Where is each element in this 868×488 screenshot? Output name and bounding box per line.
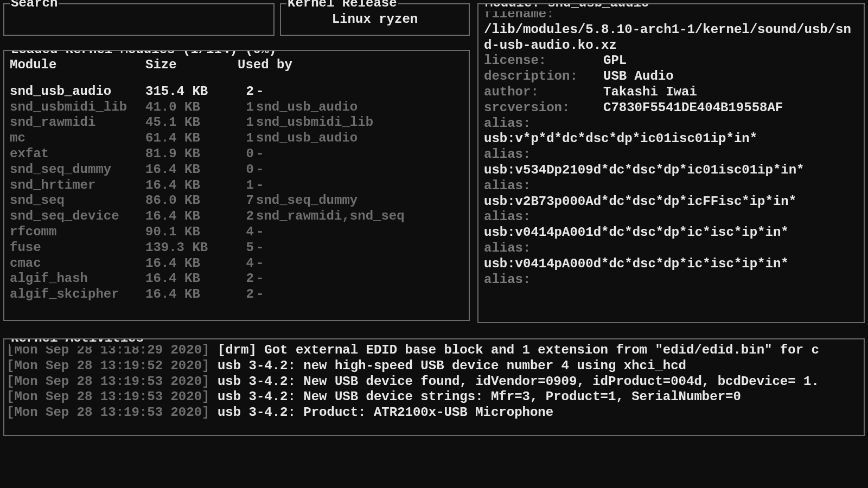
module-size: 16.4 KB: [145, 287, 238, 303]
module-name: fuse: [10, 240, 145, 256]
module-row[interactable]: rfcomm90.1 KB4 -: [10, 224, 463, 240]
log-timestamp: [Mon Sep 28 13:19:53 2020]: [7, 405, 209, 420]
detail-value: usb:v*p*d*dc*dsc*dp*ic01isc01ip*in*: [484, 131, 858, 147]
log-message: [drm] Got external EDID base block and 1…: [218, 343, 819, 357]
module-used-by: -: [256, 162, 463, 178]
module-row[interactable]: snd_seq_device16.4 KB2 snd_rawmidi,snd_s…: [10, 209, 463, 224]
detail-value: USB Audio: [603, 69, 858, 85]
log-message: usb 3-4.2: New USB device strings: Mfr=3…: [218, 389, 741, 404]
kernel-activities-panel: Kernel Activities [Mon Sep 28 13:18:29 2…: [3, 338, 865, 436]
module-name: snd_rawmidi: [10, 115, 145, 131]
kernel-release-value: Linux ryzen: [332, 12, 418, 28]
module-row[interactable]: mc61.4 KB1 snd_usb_audio: [10, 131, 463, 146]
module-detail-panel: Module: snd_usb_audio filename:/lib/modu…: [477, 3, 865, 323]
module-name: algif_skcipher: [10, 287, 145, 303]
module-row[interactable]: snd_usb_audio315.4 KB2 -: [10, 84, 463, 100]
module-row[interactable]: exfat81.9 KB0 -: [10, 146, 463, 162]
module-used-count: 1: [238, 131, 254, 146]
module-row[interactable]: snd_usbmidi_lib41.0 KB1 snd_usb_audio: [10, 100, 463, 115]
detail-key: srcversion:: [484, 100, 603, 116]
module-used-by: snd_usb_audio: [256, 100, 463, 115]
kernel-log-line: [Mon Sep 28 13:19:53 2020] usb 3-4.2: Ne…: [7, 389, 861, 405]
module-used-by: snd_seq_dummy: [256, 193, 463, 209]
module-size: 16.4 KB: [145, 209, 238, 224]
detail-value: GPL: [603, 53, 858, 69]
modules-panel-title: Loaded Kernel Modules (1/114) (0%): [10, 50, 278, 58]
module-row[interactable]: snd_seq86.0 KB7 snd_seq_dummy: [10, 193, 463, 209]
module-size: 315.4 KB: [145, 84, 238, 100]
detail-value: usb:v0414pA001d*dc*dsc*dp*ic*isc*ip*in*: [484, 225, 858, 241]
log-message: usb 3-4.2: Product: ATR2100x-USB Microph…: [218, 405, 553, 420]
module-used-count: 5: [238, 240, 254, 256]
search-title: Search: [10, 0, 59, 11]
module-size: 61.4 KB: [145, 131, 238, 146]
log-timestamp: [Mon Sep 28 13:19:53 2020]: [7, 389, 209, 404]
module-size: 16.4 KB: [145, 162, 238, 178]
detail-key: license:: [484, 53, 603, 69]
module-used-by: -: [256, 256, 463, 272]
module-used-by: snd_usbmidi_lib: [256, 115, 463, 131]
module-detail-body[interactable]: filename:/lib/modules/5.8.10-arch1-1/ker…: [484, 7, 858, 287]
detail-key: alias:: [484, 272, 531, 287]
module-name: exfat: [10, 146, 145, 162]
module-used-by: -: [256, 178, 463, 194]
module-row[interactable]: cmac16.4 KB4 -: [10, 256, 463, 272]
module-name: mc: [10, 131, 145, 146]
module-used-count: 2: [238, 209, 254, 224]
module-row[interactable]: algif_hash16.4 KB2 -: [10, 271, 463, 287]
kernel-release-panel: Kernel Release Linux ryzen: [280, 3, 470, 36]
detail-key: author:: [484, 85, 603, 100]
module-row[interactable]: snd_hrtimer16.4 KB1 -: [10, 178, 463, 194]
module-used-by: snd_usb_audio: [256, 131, 463, 146]
module-used-by: -: [256, 271, 463, 287]
module-row[interactable]: algif_skcipher16.4 KB2 -: [10, 287, 463, 303]
detail-value: usb:v534Dp2109d*dc*dsc*dp*ic01isc01ip*in…: [484, 163, 858, 178]
module-used-count: 4: [238, 256, 254, 272]
module-used-count: 2: [238, 287, 254, 303]
kernel-log-line: [Mon Sep 28 13:19:53 2020] usb 3-4.2: Pr…: [7, 405, 861, 421]
detail-value: Takashi Iwai: [603, 85, 858, 100]
module-used-count: 1: [238, 100, 254, 115]
module-size: 16.4 KB: [145, 178, 238, 194]
module-used-count: 1: [238, 115, 254, 131]
module-row[interactable]: fuse139.3 KB5 -: [10, 240, 463, 256]
module-used-count: 2: [238, 84, 254, 100]
log-timestamp: [Mon Sep 28 13:19:53 2020]: [7, 374, 209, 389]
modules-list[interactable]: snd_usb_audio315.4 KB2 -snd_usbmidi_lib4…: [10, 84, 463, 303]
kernel-activities-list[interactable]: [Mon Sep 28 13:18:29 2020] [drm] Got ext…: [7, 343, 861, 421]
detail-key: alias:: [484, 116, 531, 131]
module-size: 90.1 KB: [145, 224, 238, 240]
module-used-by: -: [256, 146, 463, 162]
module-name: snd_usbmidi_lib: [10, 100, 145, 115]
module-used-by: -: [256, 287, 463, 303]
col-header-size: Size: [145, 57, 238, 73]
module-used-by: -: [256, 84, 463, 100]
module-used-by: -: [256, 224, 463, 240]
kernel-activities-title: Kernel Activities: [10, 338, 145, 346]
detail-value: C7830F5541DE404B19558AF: [603, 100, 858, 116]
module-name: snd_seq_dummy: [10, 162, 145, 178]
detail-value: usb:v0414pA000d*dc*dsc*dp*ic*isc*ip*in*: [484, 256, 858, 272]
kernel-release-title: Kernel Release: [286, 0, 398, 11]
module-used-count: 0: [238, 146, 254, 162]
log-message: usb 3-4.2: New USB device found, idVendo…: [218, 374, 819, 389]
detail-key: alias:: [484, 209, 531, 224]
module-used-count: 0: [238, 162, 254, 178]
module-used-by: -: [256, 240, 463, 256]
module-used-count: 2: [238, 271, 254, 287]
col-header-module: Module: [10, 57, 145, 73]
module-size: 139.3 KB: [145, 240, 238, 256]
module-used-count: 7: [238, 193, 254, 209]
module-name: snd_usb_audio: [10, 84, 145, 100]
module-row[interactable]: snd_rawmidi45.1 KB1 snd_usbmidi_lib: [10, 115, 463, 131]
module-name: algif_hash: [10, 271, 145, 287]
module-detail-title: Module: snd_usb_audio: [484, 3, 650, 11]
module-used-by: snd_rawmidi,snd_seq: [256, 209, 463, 224]
module-name: cmac: [10, 256, 145, 272]
module-used-count: 1: [238, 178, 254, 194]
search-panel: Search: [3, 3, 275, 36]
detail-value: usb:v2B73p000Ad*dc*dsc*dp*icFFisc*ip*in*: [484, 194, 858, 210]
kernel-log-line: [Mon Sep 28 13:19:53 2020] usb 3-4.2: Ne…: [7, 374, 861, 390]
module-row[interactable]: snd_seq_dummy16.4 KB0 -: [10, 162, 463, 178]
detail-key: alias:: [484, 178, 531, 193]
